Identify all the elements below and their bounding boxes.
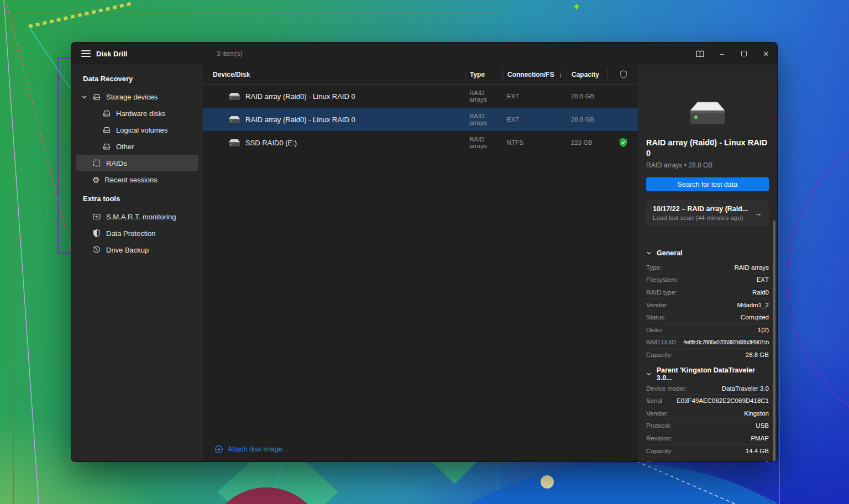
info-value: 1(2) [758, 327, 769, 333]
sidebar-item-logical-volumes[interactable]: Logical volumes [76, 122, 198, 138]
column-header-capacity[interactable]: Capacity [567, 69, 607, 80]
column-header-type[interactable]: Type [465, 69, 502, 80]
info-value: 28.8 GB [746, 351, 769, 358]
info-label: Serial [646, 397, 662, 404]
selected-device-title: RAID array (Raid0) - Linux RAID 0 [646, 138, 769, 159]
info-row-capacity: Capacity:28.8 GB [646, 349, 769, 361]
shield-outline-icon [619, 70, 628, 79]
info-label: Disks: [646, 327, 663, 333]
device-name: RAID array (Raid0) - Linux RAID 0 [245, 116, 355, 124]
info-row-parent-vendor: Vendor:Kingston [646, 407, 769, 420]
info-value: DataTraveler 3.0 [722, 385, 769, 392]
hamburger-menu-icon[interactable] [81, 50, 91, 57]
sidebar-item-label: Other [116, 143, 134, 151]
info-label: Status: [646, 314, 666, 321]
help-book-icon[interactable] [689, 43, 711, 65]
sidebar-item-raids[interactable]: RAIDs [76, 155, 198, 171]
device-list: Device/Disk Type Connection/FS ↓ Capacit… [203, 65, 638, 461]
history-clock-icon [92, 245, 101, 254]
monitoring-pulse-icon [92, 212, 101, 221]
device-capacity: 28.8 GB [567, 116, 607, 123]
device-capacity: 28.8 GB [567, 93, 607, 99]
sidebar-item-smart-monitoring[interactable]: S.M.A.R.T. monitoring [76, 208, 198, 225]
section-header-general[interactable]: General [646, 245, 769, 261]
scan-card-subtitle: Load last scan (44 minutes ago) [653, 214, 751, 221]
device-fs: EXT [502, 116, 567, 123]
info-label: Capacity: [646, 351, 673, 358]
maximize-button[interactable] [733, 43, 755, 65]
sidebar-item-other[interactable]: Other [76, 138, 198, 155]
info-label: Device model: [646, 385, 686, 392]
info-value: 6 [766, 460, 769, 462]
protected-shield-check-icon [619, 138, 628, 148]
info-value: 4e8ffc8c7886a0705992b68b3f4907cb [683, 339, 769, 345]
device-capacity: 223 GB [567, 139, 607, 146]
sidebar-item-data-protection[interactable]: Data Protection [76, 225, 198, 242]
sidebar-item-label: Logical volumes [116, 126, 167, 134]
chevron-down-icon [646, 250, 652, 256]
info-row-type: Type:RAID arrays [646, 261, 769, 274]
search-for-lost-data-button[interactable]: Search for lost data [646, 177, 769, 191]
info-row-revision: Revision:PMAP [646, 432, 769, 445]
chevron-down-icon [81, 94, 87, 100]
sidebar-item-label: Storage devices [106, 93, 158, 101]
drive-icon [102, 142, 111, 151]
column-header-connection[interactable]: Connection/FS ↓ [502, 69, 567, 80]
sidebar: Data Recovery Storage devices Hardware d… [71, 65, 203, 461]
info-row-device-model: Device model:DataTraveler 3.0 [646, 382, 769, 395]
device-name: RAID array (Raid0) - Linux RAID 0 [245, 92, 355, 101]
sidebar-item-label: S.M.A.R.T. monitoring [106, 213, 176, 221]
selected-device-subtitle: RAID arrays • 28.8 GB [646, 161, 769, 169]
panel-scrollbar[interactable] [773, 221, 775, 462]
info-value: Kingston [744, 410, 769, 417]
sidebar-item-storage-devices[interactable]: Storage devices [76, 88, 198, 105]
close-button[interactable]: ✕ [755, 43, 777, 65]
info-row-physical-number: Physical number:6 [646, 457, 769, 462]
sidebar-item-label: Drive Backup [106, 246, 149, 254]
arrow-right-icon: → [751, 208, 762, 218]
sidebar-item-recent-sessions[interactable]: ⚙ Recent sessions [76, 171, 198, 188]
info-label: Physical number: [646, 460, 695, 462]
info-row-serial: SerialE03F49AEC062E2C069D418C1 [646, 395, 769, 407]
info-label: Type: [646, 264, 662, 271]
details-panel: RAID array (Raid0) - Linux RAID 0 RAID a… [638, 65, 777, 461]
info-label: Capacity: [646, 448, 673, 454]
table-header: Device/Disk Type Connection/FS ↓ Capacit… [203, 65, 638, 85]
column-header-device[interactable]: Device/Disk [203, 69, 465, 80]
titlebar: Disk Drill 3 item(s) – ✕ [71, 43, 777, 65]
column-header-protection[interactable] [607, 69, 639, 80]
section-header-parent[interactable]: Parent 'Kingston DataTraveler 3.0... [646, 366, 769, 382]
raid-selection-frame-icon [92, 159, 101, 167]
minimize-button[interactable]: – [711, 43, 733, 65]
scan-card-title: 10/17/22 – RAID array (Raid... [653, 205, 751, 213]
drive-icon [228, 116, 240, 124]
sidebar-item-label: Recent sessions [104, 176, 157, 184]
info-label: Vendor: [646, 410, 668, 417]
drive-icon [102, 109, 111, 118]
sidebar-section-data-recovery: Data Recovery [71, 68, 203, 88]
info-value: PMAP [751, 435, 769, 442]
attach-disk-image-link[interactable]: Attach disk image... [203, 437, 638, 461]
desktop: Disk Drill 3 item(s) – ✕ Data Recovery S… [0, 0, 849, 504]
chevron-down-icon [646, 371, 652, 377]
info-value: USB [756, 422, 769, 429]
info-value: 14.4 GB [746, 448, 769, 454]
info-label: RAID UUID: [646, 339, 678, 345]
table-row[interactable]: RAID array (Raid0) - Linux RAID 0 RAID a… [203, 85, 638, 108]
drive-icon [228, 92, 240, 101]
sidebar-item-hardware-disks[interactable]: Hardware disks [76, 105, 198, 122]
info-row-raid-uuid: RAID UUID:4e8ffc8c7886a0705992b68b3f4907… [646, 337, 769, 349]
table-row-selected[interactable]: RAID array (Raid0) - Linux RAID 0 RAID a… [203, 108, 638, 131]
items-count: 3 item(s) [217, 50, 243, 57]
info-row-disks: Disks:1(2) [646, 324, 769, 337]
sort-descending-icon: ↓ [559, 71, 562, 78]
info-row-filesystem: Filesystem:EXT [646, 274, 769, 287]
shield-icon [92, 229, 101, 238]
info-value: EXT [757, 276, 769, 283]
gear-icon: ⚙ [92, 176, 99, 184]
sidebar-item-label: Data Protection [106, 229, 156, 238]
sidebar-item-drive-backup[interactable]: Drive Backup [76, 242, 198, 258]
table-row[interactable]: SSD RAID0 (E:) RAID arrays NTFS 223 GB [203, 131, 638, 154]
info-label: Filesystem: [646, 276, 678, 283]
previous-scan-card[interactable]: 10/17/22 – RAID array (Raid... Load last… [646, 200, 769, 226]
